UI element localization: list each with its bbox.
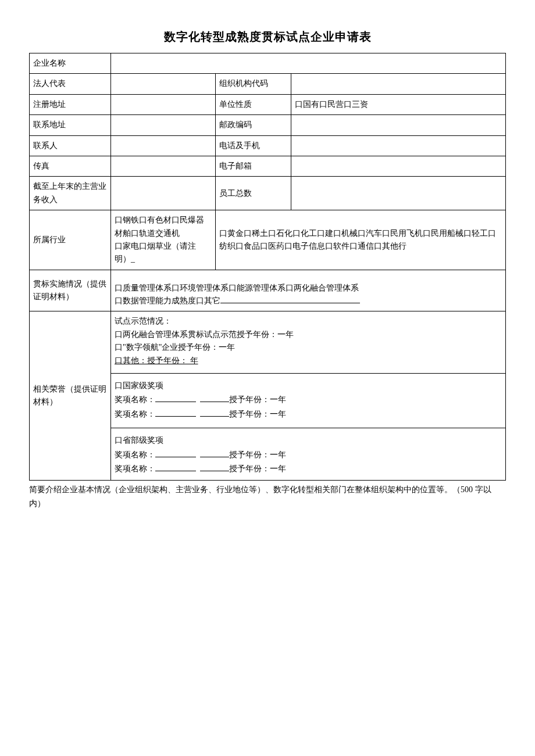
award-name-blank-3[interactable] [155,449,196,457]
pilot-line2: 口"数字领航"企业授予年份：一年 [115,343,235,352]
field-email[interactable] [291,156,506,176]
pilot-header: 试点示范情况： [115,317,172,325]
page-title: 数字化转型成熟度贯标试点企业申请表 [29,29,506,45]
field-legal-rep[interactable] [111,74,216,94]
field-prev-revenue[interactable] [111,177,216,210]
impl-opts-line1: 口质量管理体系口环境管理体系口能源管理体系口两化融合管理体系 [115,284,359,292]
award-year-blank-2a[interactable] [200,409,229,417]
award-name-blank-2[interactable] [155,409,196,417]
field-honors[interactable]: 试点示范情况： 口两化融合管理体系贯标试点示范授予年份：一年 口"数字领航"企业… [111,311,506,481]
application-form-table: 企业名称 法人代表 组织机构代码 注册地址 单位性质 口国有口民营口三资 联系地… [29,53,506,481]
award-name-prefix-1: 奖项名称： [115,395,155,404]
field-industry-col2[interactable]: 口黄金口稀土口石化口化工口建口机械口汽车口民用飞机口民用船械口轻工口纺织口食品口… [216,210,506,270]
impl-opts-line2-prefix: 口数据管理能力成熟度口其它 [115,296,220,305]
award-name-blank-1[interactable] [155,394,196,402]
award-year-prefix-1: 授予年份：一年 [229,395,286,404]
label-impl-status: 贯标实施情况（提供证明材料） [30,270,111,311]
label-company-name: 企业名称 [30,53,111,74]
label-emp-count: 员工总数 [216,177,291,210]
field-company-name[interactable] [111,53,506,74]
label-contact-addr: 联系地址 [30,115,111,135]
pilot-line3: 口其他：授予年份： 年 [115,356,198,365]
award-year-prefix-2: 授予年份：一年 [229,410,286,418]
label-org-code: 组织机构代码 [216,74,291,94]
field-fax[interactable] [111,156,216,176]
field-contact-addr[interactable] [111,115,216,135]
label-honors: 相关荣誉（提供证明材料） [30,311,111,481]
label-unit-type: 单位性质 [216,94,291,114]
field-emp-count[interactable] [291,177,506,210]
label-legal-rep: 法人代表 [30,74,111,94]
award-name-prefix-2: 奖项名称： [115,410,155,418]
label-postal: 邮政编码 [216,115,291,135]
field-contact[interactable] [111,135,216,156]
label-contact: 联系人 [30,135,111,156]
label-phone: 电话及手机 [216,135,291,156]
impl-other-blank[interactable] [220,295,360,303]
award-name-prefix-3: 奖项名称： [115,450,155,459]
field-industry-col1[interactable]: 口钢铁口有色材口民爆器材舶口轨道交通机 口家电口烟草业（请注明）_ [111,210,216,270]
label-prev-revenue: 截至上年末的主营业务收入 [30,177,111,210]
field-unit-type[interactable]: 口国有口民营口三资 [291,94,506,114]
award-year-blank-3a[interactable] [200,449,229,457]
field-reg-addr[interactable] [111,94,216,114]
field-impl-status[interactable]: 口质量管理体系口环境管理体系口能源管理体系口两化融合管理体系 口数据管理能力成熟… [111,270,506,311]
award-year-prefix-4: 授予年份：一年 [229,464,286,473]
label-email: 电子邮箱 [216,156,291,176]
award-year-blank-1a[interactable] [200,394,229,402]
award-name-blank-4[interactable] [155,463,196,471]
award-national-header: 口国家级奖项 [115,381,163,390]
field-postal[interactable] [291,115,506,135]
field-phone[interactable] [291,135,506,156]
award-year-blank-4a[interactable] [200,463,229,471]
field-org-code[interactable] [291,74,506,94]
award-year-prefix-3: 授予年份：一年 [229,450,286,459]
award-name-prefix-4: 奖项名称： [115,464,155,473]
label-industry: 所属行业 [30,210,111,270]
award-provincial-header: 口省部级奖项 [115,436,163,445]
pilot-line1: 口两化融合管理体系贯标试点示范授予年份：一年 [115,330,294,339]
footer-instructions: 简要介绍企业基本情况（企业组织架构、主营业务、行业地位等）、数字化转型相关部门在… [29,483,506,511]
label-reg-addr: 注册地址 [30,94,111,114]
label-fax: 传真 [30,156,111,176]
